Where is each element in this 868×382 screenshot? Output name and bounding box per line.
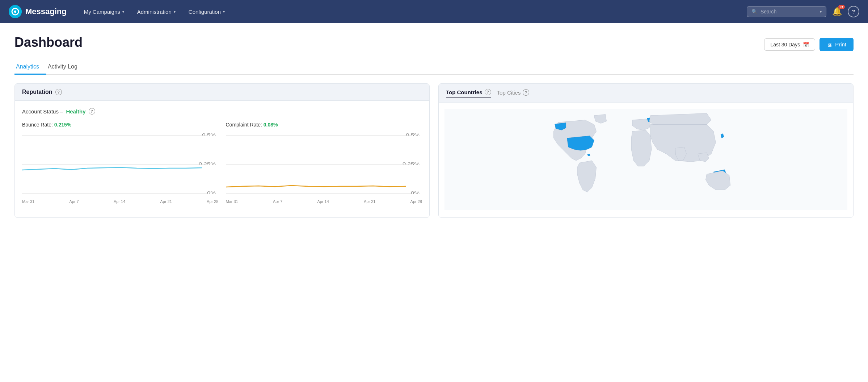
tab-top-cities[interactable]: Top Cities ? bbox=[497, 89, 530, 97]
date-range-label: Last 30 Days bbox=[770, 42, 800, 47]
nav-right: 🔍 ▾ 🔔 9+ ? bbox=[747, 6, 859, 17]
help-button[interactable]: ? bbox=[848, 6, 859, 17]
svg-text:0.5%: 0.5% bbox=[202, 133, 216, 137]
nav-campaigns[interactable]: My Campaigns ▾ bbox=[78, 6, 130, 18]
account-status-help-icon[interactable]: ? bbox=[89, 108, 95, 115]
brand-name: Messaging bbox=[25, 7, 67, 16]
page-header: Dashboard Last 30 Days 📅 🖨 Print bbox=[14, 35, 854, 51]
bounce-rate-label: Bounce Rate: 0.215% bbox=[22, 122, 219, 128]
bounce-rate-chart: Bounce Rate: 0.215% 0.5% 0.25% 0% bbox=[22, 122, 219, 204]
svg-text:0.25%: 0.25% bbox=[403, 162, 420, 166]
search-icon: 🔍 bbox=[751, 9, 758, 14]
top-countries-help-icon[interactable]: ? bbox=[485, 89, 491, 95]
chevron-down-icon: ▾ bbox=[122, 10, 124, 14]
top-cities-help-icon[interactable]: ? bbox=[523, 89, 529, 96]
complaint-rate-label: Complaint Rate: 0.08% bbox=[226, 122, 422, 128]
complaint-rate-chart-area: 0.5% 0.25% 0% bbox=[226, 132, 422, 197]
charts-row: Bounce Rate: 0.215% 0.5% 0.25% 0% bbox=[22, 122, 422, 204]
account-status-value: Healthy bbox=[66, 108, 85, 115]
bounce-rate-value: 0.215% bbox=[54, 122, 71, 128]
chevron-down-icon: ▾ bbox=[223, 10, 225, 14]
brand-logo[interactable]: Messaging bbox=[9, 5, 67, 18]
main-content: Dashboard Last 30 Days 📅 🖨 Print Analyti… bbox=[0, 23, 868, 382]
bounce-x-labels: Mar 31 Apr 7 Apr 14 Apr 21 Apr 28 bbox=[22, 199, 219, 204]
header-actions: Last 30 Days 📅 🖨 Print bbox=[764, 38, 854, 51]
complaint-x-labels: Mar 31 Apr 7 Apr 14 Apr 21 Apr 28 bbox=[226, 199, 422, 204]
reputation-help-icon[interactable]: ? bbox=[55, 89, 62, 95]
svg-point-0 bbox=[9, 5, 22, 18]
top-geo-header: Top Countries ? Top Cities ? bbox=[439, 84, 853, 103]
reputation-card-body: Account Status – Healthy ? Bounce Rate: … bbox=[15, 101, 429, 211]
bounce-rate-svg: 0.5% 0.25% 0% bbox=[22, 132, 219, 197]
nav-links: My Campaigns ▾ Administration ▾ Configur… bbox=[78, 6, 735, 18]
search-box[interactable]: 🔍 ▾ bbox=[747, 6, 826, 17]
svg-text:0%: 0% bbox=[411, 191, 420, 195]
map-container bbox=[439, 103, 853, 217]
svg-text:0%: 0% bbox=[207, 191, 216, 195]
tab-analytics[interactable]: Analytics bbox=[14, 60, 46, 75]
svg-text:0.25%: 0.25% bbox=[199, 162, 216, 166]
print-button[interactable]: 🖨 Print bbox=[819, 38, 854, 51]
print-icon: 🖨 bbox=[827, 41, 832, 47]
tab-bar: Analytics Activity Log bbox=[14, 60, 854, 75]
complaint-rate-chart: Complaint Rate: 0.08% 0.5% 0.25% 0% bbox=[226, 122, 422, 204]
nav-administration[interactable]: Administration ▾ bbox=[131, 6, 181, 18]
notification-badge: 9+ bbox=[838, 5, 845, 9]
tab-top-countries[interactable]: Top Countries ? bbox=[446, 89, 491, 97]
account-status: Account Status – Healthy ? bbox=[22, 108, 422, 115]
svg-point-2 bbox=[14, 11, 16, 13]
reputation-card-header: Reputation ? bbox=[15, 84, 429, 101]
complaint-rate-svg: 0.5% 0.25% 0% bbox=[226, 132, 422, 197]
complaint-rate-value: 0.08% bbox=[264, 122, 278, 128]
brand-icon bbox=[9, 5, 22, 18]
reputation-title: Reputation bbox=[22, 89, 52, 95]
notification-bell[interactable]: 🔔 9+ bbox=[832, 7, 842, 16]
chevron-down-icon: ▾ bbox=[820, 10, 822, 14]
svg-text:0.5%: 0.5% bbox=[406, 133, 420, 137]
calendar-icon: 📅 bbox=[803, 42, 809, 47]
dashboard-grid: Reputation ? Account Status – Healthy ? … bbox=[14, 83, 854, 218]
chevron-down-icon: ▾ bbox=[174, 10, 176, 14]
date-range-picker[interactable]: Last 30 Days 📅 bbox=[764, 38, 815, 51]
navbar: Messaging My Campaigns ▾ Administration … bbox=[0, 0, 868, 23]
reputation-card: Reputation ? Account Status – Healthy ? … bbox=[14, 83, 430, 218]
tab-activity-log[interactable]: Activity Log bbox=[46, 60, 85, 75]
page-title: Dashboard bbox=[14, 35, 83, 50]
top-countries-card: Top Countries ? Top Cities ? bbox=[438, 83, 854, 218]
bounce-rate-chart-area: 0.5% 0.25% 0% bbox=[22, 132, 219, 197]
world-map-svg bbox=[444, 109, 847, 210]
nav-configuration[interactable]: Configuration ▾ bbox=[183, 6, 231, 18]
search-input[interactable] bbox=[760, 9, 817, 14]
